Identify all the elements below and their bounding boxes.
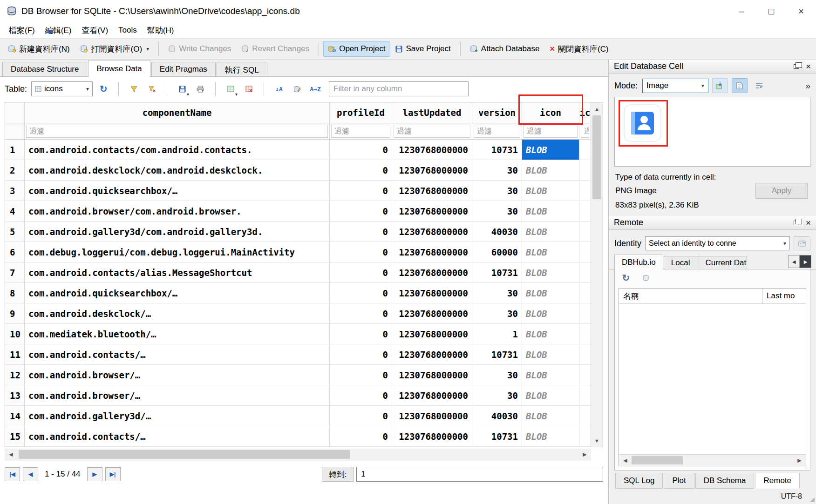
sort-ascending-button[interactable]: ↓A — [272, 82, 286, 96]
remote-column-last-modified[interactable]: Last mo — [763, 289, 806, 303]
cell-icon[interactable]: BLOB — [522, 222, 579, 242]
cell-lastUpdated[interactable]: 1230768000000 — [392, 406, 472, 426]
cell-partial[interactable] — [579, 406, 591, 426]
print-button[interactable] — [193, 82, 208, 96]
cell-profileId[interactable]: 0 — [330, 242, 392, 262]
cell-version[interactable]: 40030 — [472, 406, 522, 426]
cell-version[interactable]: 10731 — [472, 344, 522, 364]
cell-partial[interactable] — [579, 365, 591, 385]
dock-tab-plot[interactable]: Plot — [664, 473, 694, 489]
dock-tab-db-schema[interactable]: DB Schema — [695, 473, 755, 489]
close-panel-icon[interactable]: × — [806, 62, 811, 71]
cell-icon[interactable]: BLOB — [522, 140, 579, 160]
cell-icon[interactable]: BLOB — [522, 303, 579, 323]
menu-tools[interactable]: Tools — [113, 24, 142, 37]
dock-tab-remote[interactable]: Remote — [755, 473, 800, 489]
next-page-button[interactable]: ▶ — [87, 467, 102, 481]
cell-lastUpdated[interactable]: 1230768000000 — [392, 365, 472, 385]
close-panel-icon[interactable]: × — [806, 218, 811, 227]
contacts-app-icon-image[interactable] — [623, 104, 662, 142]
tab-scroll-left-icon[interactable]: ◀ — [788, 255, 800, 268]
filter-input-lastUpdated[interactable]: 過濾 — [394, 125, 470, 138]
row-number[interactable]: 5 — [5, 222, 25, 242]
minimize-button[interactable]: – — [727, 0, 756, 22]
row-number[interactable]: 3 — [5, 181, 25, 201]
delete-record-button[interactable] — [241, 82, 256, 96]
cell-lastUpdated[interactable]: 1230768000000 — [392, 262, 472, 282]
cell-lastUpdated[interactable]: 1230768000000 — [392, 385, 472, 405]
cell-partial[interactable] — [579, 426, 591, 446]
edit-database-cell-button[interactable] — [290, 82, 305, 96]
close-database-button[interactable]: × 關閉資料庫(C) — [545, 40, 614, 58]
word-wrap-button[interactable] — [751, 78, 767, 93]
scroll-up-icon[interactable]: ▲ — [591, 103, 603, 114]
cell-componentName[interactable]: com.android.gallery3d/com.android.galler… — [25, 222, 330, 242]
cell-version[interactable]: 30 — [472, 283, 522, 303]
row-number[interactable]: 15 — [5, 426, 25, 446]
row-number[interactable]: 8 — [5, 283, 25, 303]
cell-icon[interactable]: BLOB — [522, 406, 579, 426]
resize-grip[interactable]: ◢ — [810, 496, 815, 503]
cell-lastUpdated[interactable]: 1230768000000 — [392, 160, 472, 180]
open-database-button[interactable]: 打開資料庫(O) ▾ — [75, 40, 155, 58]
cell-componentName[interactable]: com.android.deskclock/com.android.deskcl… — [25, 160, 330, 180]
column-header-lastUpdated[interactable]: lastUpdated — [392, 102, 472, 123]
identity-cert-button[interactable] — [794, 236, 810, 250]
cell-version[interactable]: 1 — [472, 324, 522, 344]
panel-overflow-icon[interactable]: » — [805, 81, 810, 91]
cell-componentName[interactable]: com.android.deskclock/… — [25, 303, 330, 323]
cell-icon[interactable]: BLOB — [522, 181, 579, 201]
cell-partial[interactable] — [579, 222, 591, 242]
write-changes-button[interactable]: Write Changes — [163, 41, 236, 57]
cell-version[interactable]: 60000 — [472, 242, 522, 262]
scroll-right-icon[interactable]: ▶ — [579, 449, 591, 460]
cell-version[interactable]: 30 — [472, 385, 522, 405]
tab-scroll-right-icon[interactable]: ▶ — [800, 255, 811, 268]
row-number[interactable]: 14 — [5, 406, 25, 426]
cell-componentName[interactable]: com.debug.loggerui/com.debug.loggerui.Ma… — [25, 242, 330, 262]
cell-componentName[interactable]: com.android.quicksearchbox/… — [25, 283, 330, 303]
cell-profileId[interactable]: 0 — [330, 160, 392, 180]
filter-input-partial[interactable]: 過濾 — [581, 125, 589, 138]
remote-list-body[interactable] — [619, 304, 806, 454]
cell-profileId[interactable]: 0 — [330, 406, 392, 426]
tab-browse-data[interactable]: Browse Data — [88, 60, 150, 77]
cell-partial[interactable] — [579, 385, 591, 405]
cell-version[interactable]: 30 — [472, 303, 522, 323]
cell-partial[interactable] — [579, 140, 591, 160]
cell-partial[interactable] — [579, 160, 591, 180]
new-database-button[interactable]: 新建資料庫(N) — [3, 40, 75, 58]
cell-profileId[interactable]: 0 — [330, 262, 392, 282]
goto-record-input[interactable] — [356, 467, 603, 482]
cell-icon[interactable]: BLOB — [522, 242, 579, 262]
vertical-scrollbar-thumb[interactable] — [592, 115, 601, 199]
remote-clone-button[interactable] — [638, 271, 653, 285]
row-number[interactable]: 12 — [5, 365, 25, 385]
tab-edit-pragmas[interactable]: Edit Pragmas — [151, 62, 216, 76]
cell-version[interactable]: 40030 — [472, 222, 522, 242]
column-header-profileId[interactable]: profileId — [330, 102, 392, 123]
scroll-left-icon[interactable]: ◀ — [5, 449, 17, 460]
scroll-right-icon[interactable]: ▶ — [794, 455, 805, 466]
cell-profileId[interactable]: 0 — [330, 344, 392, 364]
cell-lastUpdated[interactable]: 1230768000000 — [392, 283, 472, 303]
float-panel-icon[interactable] — [794, 64, 799, 69]
cell-componentName[interactable]: com.android.contacts/com.android.contact… — [25, 140, 330, 160]
sort-az-button[interactable]: A→Z — [308, 82, 323, 96]
cell-version[interactable]: 10731 — [472, 140, 522, 160]
cell-profileId[interactable]: 0 — [330, 324, 392, 344]
cell-profileId[interactable]: 0 — [330, 181, 392, 201]
cell-icon[interactable]: BLOB — [522, 324, 579, 344]
import-export-button[interactable] — [712, 78, 728, 93]
cell-lastUpdated[interactable]: 1230768000000 — [392, 324, 472, 344]
filter-button[interactable] — [126, 82, 141, 96]
cell-profileId[interactable]: 0 — [330, 426, 392, 446]
cell-componentName[interactable]: com.android.contacts/alias.MessageShortc… — [25, 262, 330, 282]
remote-tab-dbhub[interactable]: DBHub.io — [614, 255, 663, 269]
revert-changes-button[interactable]: Revert Changes — [236, 41, 314, 57]
row-number[interactable]: 10 — [5, 324, 25, 344]
cell-componentName[interactable]: com.android.browser/… — [25, 365, 330, 385]
cell-componentName[interactable]: com.android.contacts/… — [25, 426, 330, 446]
first-page-button[interactable]: |◀ — [5, 467, 20, 481]
encoding-indicator[interactable]: UTF-8 — [781, 492, 802, 501]
